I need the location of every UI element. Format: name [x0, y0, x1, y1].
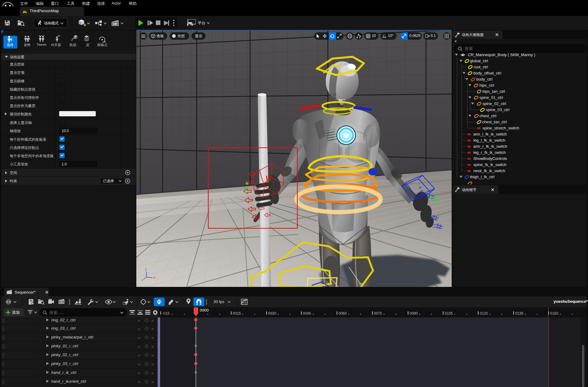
svg-text:0135: 0135	[515, 311, 523, 316]
svg-text:Y: Y	[141, 278, 144, 282]
svg-text:0000: 0000	[200, 308, 209, 313]
svg-text:0090: 0090	[410, 311, 418, 316]
svg-text:0075: 0075	[374, 311, 382, 316]
svg-text:Z: Z	[145, 268, 147, 271]
svg-text:0030: 0030	[268, 311, 276, 316]
svg-text:0120: 0120	[480, 311, 488, 316]
svg-text:X: X	[153, 276, 156, 280]
svg-text:0015: 0015	[233, 311, 241, 316]
svg-text:-015: -015	[162, 311, 170, 316]
svg-text:0105: 0105	[445, 311, 453, 316]
svg-text:0045: 0045	[303, 311, 311, 316]
svg-text:0150: 0150	[550, 311, 558, 316]
svg-text:0060: 0060	[339, 311, 347, 316]
